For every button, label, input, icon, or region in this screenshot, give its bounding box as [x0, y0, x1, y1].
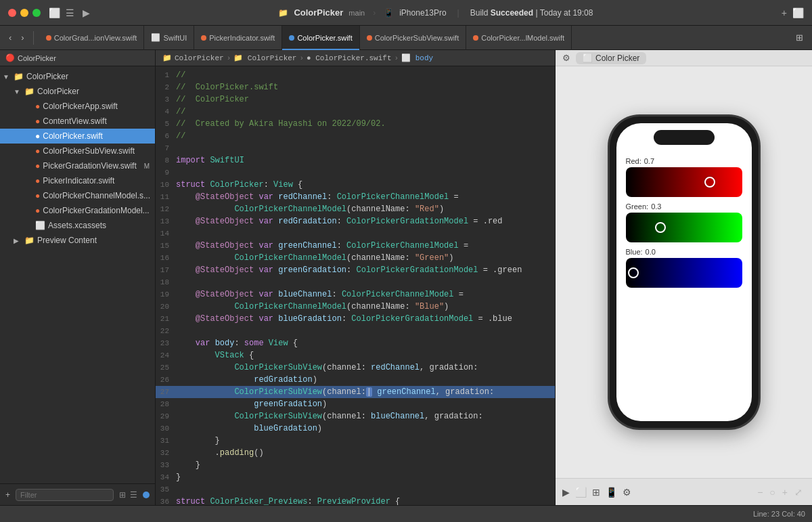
line-text: } — [176, 473, 181, 482]
code-editor[interactable]: 📁 ColorPicker › 📁 ColorPicker › ● ColorP… — [156, 50, 555, 505]
sidebar-item-colorpickergradationmodel[interactable]: ▶ ● ColorPickerGradationModel... — [0, 203, 155, 218]
sidebar-item-colorpickersubview[interactable]: ▶ ● ColorPickerSubView.swift — [0, 144, 155, 158]
blue-value-text: 0.0 — [646, 248, 656, 256]
code-content: 1// 2// ColorPicker.swift 3// ColorPicke… — [156, 66, 555, 505]
expand-arrow-icon: ▶ — [14, 237, 22, 244]
tab-colorgradview[interactable]: ColorGrad...ionView.swift — [39, 26, 145, 50]
code-line: 2// ColorPicker.swift — [156, 81, 555, 93]
line-number: 35 — [156, 485, 176, 494]
expand-icon[interactable]: ⬜ — [792, 7, 804, 18]
line-number: 27 — [156, 388, 176, 396]
code-line: 29 ColorPickerSubView(channel: blueChann… — [156, 410, 555, 422]
tab-colorpicker[interactable]: ColorPicker.swift — [282, 26, 359, 50]
sidebar-item-label: PickerIndicator.swift — [43, 176, 114, 186]
green-slider[interactable] — [626, 213, 742, 242]
preview-device-icon[interactable]: 📱 — [606, 487, 617, 498]
sidebar-bottom-icons: ⊞ ☰ — [119, 490, 137, 500]
inspector-icon[interactable]: ⚙ — [562, 53, 570, 63]
filter-input[interactable] — [16, 489, 114, 501]
build-result: Succeeded — [491, 8, 533, 18]
line-text: redGradation) — [176, 375, 317, 385]
line-text: @StateObject var blueChannel: ColorPicke… — [176, 290, 464, 299]
expand-arrow-icon: ▼ — [14, 88, 22, 95]
breadcrumb-sep: › — [299, 54, 304, 62]
sidebar-item-colorpicker-swift[interactable]: ▶ ● ColorPicker.swift — [0, 129, 155, 144]
red-value-text: 0.7 — [644, 157, 654, 165]
sidebar: 🔴 ColorPicker ▼ 📁 ColorPicker ▼ 📁 ColorP… — [0, 50, 156, 505]
preview-title-button[interactable]: ⬜ Color Picker — [576, 52, 646, 64]
tab-colorpickersubview[interactable]: ColorPickerSubView.swift — [360, 26, 467, 50]
tab-dot-icon — [367, 35, 372, 41]
layout-icon[interactable]: ☰ — [66, 7, 74, 18]
tab-colorpickermodel[interactable]: ColorPicker...lModel.swift — [466, 26, 572, 50]
options-icon[interactable]: ☰ — [130, 490, 137, 500]
line-text: .padding() — [176, 448, 264, 458]
preview-content-area: Red: 0.7 Green: 0.3 — [556, 66, 812, 478]
sidebar-item-assets[interactable]: ▶ ⬜ Assets.xcassets — [0, 218, 155, 233]
breadcrumb-item: ColorPicker — [175, 54, 224, 62]
sidebar-add-icon[interactable]: + — [5, 490, 10, 500]
sidebar-item-root[interactable]: ▼ 📁 ColorPicker — [0, 69, 155, 84]
sidebar-item-pickergradationview[interactable]: ▶ ● PickerGradationView.swift M — [0, 158, 155, 173]
zoom-out-button[interactable]: − — [754, 485, 765, 499]
preview-app-icon: ⬜ — [583, 53, 593, 63]
line-text: // Created by Akira Hayashi on 2022/09/0… — [176, 119, 386, 129]
line-number: 24 — [156, 351, 176, 360]
nav-forward-button[interactable]: › — [18, 31, 27, 44]
line-number: 4 — [156, 108, 176, 116]
minimize-button[interactable] — [20, 9, 28, 17]
code-line: 31 } — [156, 435, 555, 447]
sidebar-toggle-icon[interactable]: ⬜ — [49, 7, 60, 18]
sidebar-bottom-bar: + ⊞ ☰ — [0, 483, 155, 505]
red-slider[interactable] — [626, 167, 742, 197]
sidebar-item-label: Assets.xcassets — [48, 221, 106, 230]
close-button[interactable] — [8, 9, 16, 17]
status-bar-right: Line: 23 Col: 40 — [753, 510, 805, 518]
sidebar-item-contentview[interactable]: ▶ ● ContentView.swift — [0, 114, 155, 129]
play-button[interactable]: ▶ — [83, 7, 90, 18]
blue-slider[interactable] — [626, 258, 742, 288]
sidebar-item-label: ColorPickerGradationModel... — [43, 206, 149, 215]
preview-inspect-icon[interactable]: ⬜ — [575, 487, 587, 498]
sidebar-item-preview-content[interactable]: ▶ 📁 Preview Content — [0, 233, 155, 248]
tab-dot-icon — [473, 35, 478, 41]
zoom-fit-button[interactable]: ○ — [767, 485, 777, 499]
sidebar-item-colorpickerchannelmodel[interactable]: ▶ ● ColorPickerChannelModel.s... — [0, 188, 155, 203]
tab-label: SwiftUI — [163, 34, 187, 42]
tab-pickerindicator[interactable]: PickerIndicator.swift — [194, 26, 282, 50]
sidebar-item-label: ContentView.swift — [43, 116, 107, 126]
line-number: 28 — [156, 400, 176, 408]
zoom-in-button[interactable]: + — [780, 485, 790, 499]
sidebar-project-name: ColorPicker — [18, 54, 56, 62]
build-status: Build Succeeded | Today at 19:08 — [470, 8, 593, 18]
breadcrumb-item: ⬜ body — [401, 53, 433, 62]
sidebar-item-colorpickerapp[interactable]: ▶ ● ColorPickerApp.swift — [0, 99, 155, 114]
sidebar-item-group-colorpicker[interactable]: ▼ 📁 ColorPicker — [0, 84, 155, 99]
swift-file-icon: ● — [35, 116, 40, 126]
nav-back-button[interactable]: ‹ — [5, 31, 15, 44]
code-line: 34} — [156, 471, 555, 483]
line-text: struct ColorPicker: View { — [176, 180, 302, 190]
sidebar-item-label: ColorPicker.swift — [43, 131, 103, 141]
line-text: greenGradation) — [176, 399, 327, 409]
code-line-highlighted: 27 ColorPickerSubView(channel:| greenCha… — [156, 386, 555, 398]
code-line: 33 } — [156, 459, 555, 471]
line-number: 13 — [156, 217, 176, 225]
zoom-full-button[interactable]: ⤢ — [792, 485, 805, 499]
main-layout: 🔴 ColorPicker ▼ 📁 ColorPicker ▼ 📁 ColorP… — [0, 50, 812, 505]
add-icon[interactable]: + — [782, 7, 787, 18]
preview-grid-icon[interactable]: ⊞ — [592, 487, 600, 498]
swift-file-icon: ● — [35, 102, 40, 111]
preview-play-icon[interactable]: ▶ — [562, 487, 570, 498]
preview-panel: ⚙ ⬜ Color Picker Red: 0.7 — [555, 50, 812, 505]
fullscreen-button[interactable] — [32, 9, 41, 17]
breadcrumb-sep: › — [394, 54, 399, 62]
tab-label: ColorPicker...lModel.swift — [481, 34, 564, 42]
line-text: ColorPickerChannelModel(channelName: "Re… — [176, 204, 444, 214]
red-channel-label: Red: 0.7 — [626, 157, 742, 165]
tab-swiftui[interactable]: ⬜ SwiftUI — [144, 26, 194, 50]
preview-settings-icon[interactable]: ⚙ — [623, 487, 631, 498]
sort-icon[interactable]: ⊞ — [119, 490, 126, 500]
sidebar-item-pickerindicator[interactable]: ▶ ● PickerIndicator.swift — [0, 173, 155, 188]
toggle-view-button[interactable]: ⊞ — [792, 31, 807, 44]
